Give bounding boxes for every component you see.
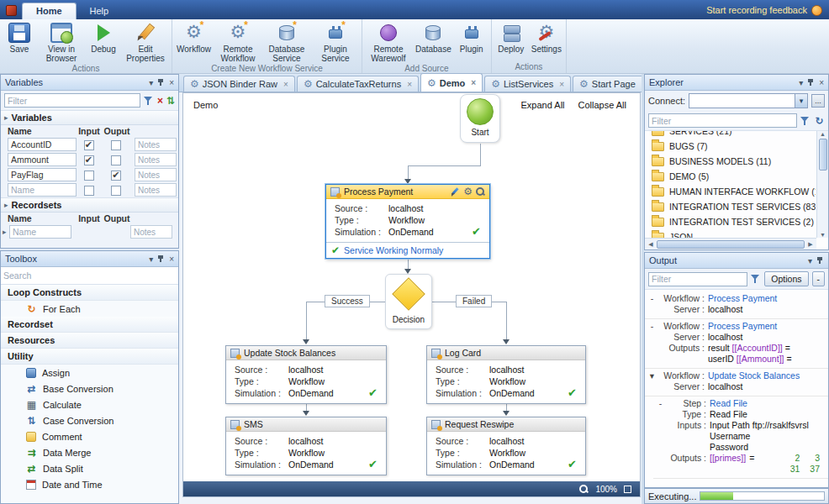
clear-filter-icon[interactable]: × <box>157 95 163 107</box>
debug-button[interactable]: Debug <box>86 20 121 63</box>
expander-icon[interactable]: ▸ <box>3 228 9 236</box>
tab-close-icon[interactable]: × <box>407 80 412 89</box>
toolbox-item-data-merge[interactable]: ⇉ Data Merge <box>1 444 178 460</box>
panel-menu-icon[interactable]: ▾ <box>149 255 153 264</box>
variable-name-input[interactable] <box>8 153 77 166</box>
tree-item[interactable]: DEMO (5) <box>646 169 816 184</box>
tab-close-icon[interactable]: × <box>471 78 476 87</box>
tree-item[interactable]: BUSINESS MODELS (11) <box>646 154 816 169</box>
notes-input[interactable] <box>130 225 172 239</box>
zoom-magnifier-icon[interactable] <box>579 485 589 494</box>
sort-variables-icon[interactable]: ⇅ <box>166 95 175 107</box>
notes-input[interactable] <box>135 138 177 151</box>
output-entry[interactable]: ▾ Workflow : Update Stock Balances Serve… <box>645 369 828 396</box>
workflow-link[interactable]: Update Stock Balances <box>708 370 800 381</box>
toolbox-item-data-split[interactable]: ⇄ Data Split <box>1 460 178 476</box>
connect-dropdown[interactable]: ▾ <box>689 93 808 108</box>
ribbon-tab-home[interactable]: Home <box>22 3 77 19</box>
scroll-up-icon[interactable]: ▲ <box>820 131 826 137</box>
notes-input[interactable] <box>135 153 177 166</box>
vertical-scrollbar[interactable]: ▲ ▼ <box>816 131 828 238</box>
workflow-canvas[interactable]: Demo Expand All Collapse All Success <box>182 92 641 497</box>
input-checkbox[interactable] <box>84 171 94 181</box>
panel-menu-icon[interactable]: ▾ <box>799 78 803 87</box>
input-checkbox[interactable] <box>84 140 94 150</box>
save-button[interactable]: Save <box>2 20 37 63</box>
output-step-entry[interactable]: - Step : Read File Type : Read File Inpu… <box>653 396 828 479</box>
settings-gear-icon[interactable]: ⚙ <box>463 186 473 197</box>
panel-menu-icon[interactable]: ▾ <box>808 256 812 265</box>
output-checkbox[interactable] <box>111 140 121 150</box>
close-icon[interactable]: × <box>169 78 174 87</box>
step-link[interactable]: Read File <box>710 398 747 409</box>
filter-funnel-icon[interactable] <box>751 274 761 284</box>
settings-button[interactable]: ⚙ Settings <box>529 20 564 61</box>
tree-item[interactable]: INTEGRATION TEST SERVICES (2) <box>646 214 816 229</box>
tab-calculatetaxreturns[interactable]: ⚙ CalculateTaxReturns × <box>297 76 419 92</box>
toolbox-category-utility[interactable]: Utility <box>1 349 178 365</box>
horizontal-scrollbar[interactable]: ◀ ▶ <box>645 238 816 249</box>
tree-item[interactable]: BUGS (7) <box>646 139 816 154</box>
entry-expander-icon[interactable]: - <box>657 398 664 409</box>
entry-expander-icon[interactable]: - <box>648 293 656 304</box>
toolbox-item-assign[interactable]: Assign <box>1 365 178 381</box>
toolbox-category-recordset[interactable]: Recordset <box>1 317 178 333</box>
toolbox-item-case-conversion[interactable]: ⇅ Case Conversion <box>1 412 178 428</box>
recordset-name-input[interactable] <box>9 225 71 239</box>
close-icon[interactable]: × <box>169 255 174 264</box>
entry-expander-icon[interactable]: ▾ <box>648 370 656 381</box>
input-checkbox[interactable] <box>84 186 94 196</box>
expand-all-link[interactable]: Expand All <box>521 100 565 110</box>
pin-icon[interactable] <box>157 255 165 263</box>
app-icon[interactable] <box>6 5 17 16</box>
database-source-button[interactable]: Database <box>413 20 454 63</box>
zoom-level[interactable]: 100% <box>595 485 617 494</box>
toolbox-item-base-conversion[interactable]: ⇄ Base Conversion <box>1 381 178 396</box>
filter-funnel-icon[interactable] <box>144 96 154 106</box>
filter-funnel-icon[interactable] <box>800 116 811 126</box>
output-filter-input[interactable] <box>648 272 747 286</box>
node-decision[interactable]: Decision <box>385 274 432 329</box>
collapse-all-link[interactable]: Collapse All <box>578 100 626 110</box>
output-entry[interactable]: - Workflow : Process Payment Server : lo… <box>645 291 828 319</box>
toolbox-item-date-and-time[interactable]: Date and Time <box>1 476 178 492</box>
refresh-icon[interactable]: ↻ <box>814 115 825 127</box>
scroll-left-icon[interactable]: ◀ <box>647 241 655 248</box>
node-process-payment[interactable]: Process Payment ⚙ Source :localhost Type… <box>325 184 490 259</box>
toolbox-item-for-each[interactable]: ↻ For Each <box>1 301 178 317</box>
notes-input[interactable] <box>135 168 177 181</box>
scrollbar-thumb[interactable] <box>819 139 827 171</box>
smiley-icon[interactable] <box>811 5 822 16</box>
pin-icon[interactable] <box>807 78 815 87</box>
new-workflow-button[interactable]: ⚙* Workflow <box>174 20 214 63</box>
variables-filter-input[interactable] <box>4 93 140 108</box>
deploy-button[interactable]: Deploy <box>494 20 529 61</box>
pin-icon[interactable] <box>157 78 165 87</box>
variables-section-header[interactable]: ▸ Variables <box>1 110 178 125</box>
collapse-output-button[interactable]: - <box>812 271 826 286</box>
output-checkbox[interactable] <box>111 186 121 196</box>
remote-warewolf-button[interactable]: Remote Warewolf <box>364 20 413 63</box>
fit-to-screen-icon[interactable] <box>624 486 631 493</box>
explorer-filter-input[interactable] <box>648 113 797 128</box>
entry-expander-icon[interactable]: - <box>648 321 656 332</box>
scrollbar-thumb[interactable] <box>657 240 805 249</box>
node-update-stock-balances[interactable]: Update Stock Balances Source :localhost … <box>225 345 387 404</box>
pin-icon[interactable] <box>816 256 824 265</box>
tab-close-icon[interactable]: × <box>559 80 564 89</box>
output-checkbox[interactable] <box>111 171 121 181</box>
ribbon-tab-help[interactable]: Help <box>77 3 123 19</box>
new-remote-workflow-button[interactable]: ⚙* Remote Workflow <box>214 20 262 63</box>
variable-name-input[interactable] <box>8 183 77 197</box>
variable-name-input[interactable] <box>8 138 77 151</box>
close-icon[interactable]: × <box>819 78 824 87</box>
node-sms[interactable]: SMS Source :localhost Type :Workflow Sim… <box>225 417 387 475</box>
toolbox-search-input[interactable] <box>3 269 176 282</box>
start-node[interactable]: Start <box>460 94 500 143</box>
notes-input[interactable] <box>135 183 177 197</box>
scroll-down-icon[interactable]: ▼ <box>820 232 826 238</box>
feedback-link[interactable]: Start recording feedback <box>706 5 807 19</box>
tree-item[interactable]: SERVICES (21) <box>646 130 816 139</box>
plugin-source-button[interactable]: Plugin <box>454 20 489 63</box>
recordsets-section-header[interactable]: ▸ Recordsets <box>1 197 178 213</box>
